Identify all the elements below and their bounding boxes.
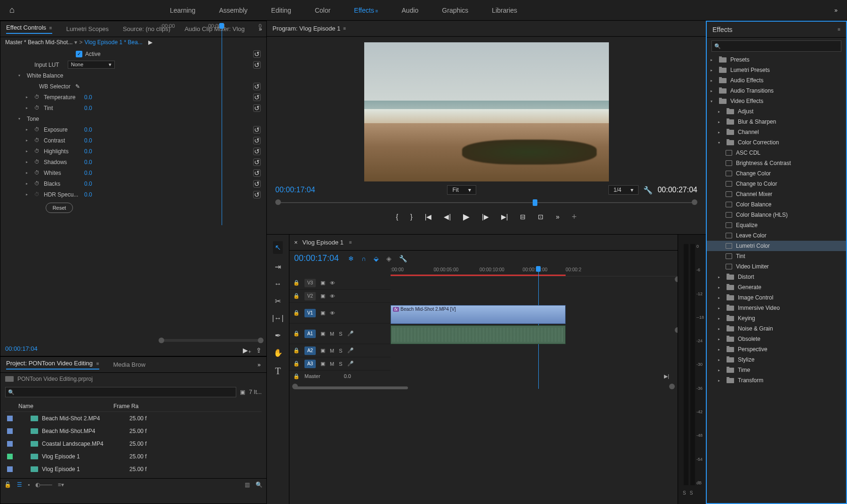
effect-item[interactable]: Color Balance (707, 199, 846, 210)
overflow-icon[interactable]: » (556, 213, 559, 220)
go-to-in-icon[interactable]: |◀ (425, 213, 432, 220)
param-value[interactable]: 0.0 (84, 181, 92, 187)
audio-track-header[interactable]: 🔒 A1 ▣ M S 🎤 (289, 323, 391, 344)
ec-sequence-clip[interactable]: Vlog Episode 1 * Bea... (84, 39, 142, 46)
razor-tool-icon[interactable]: ✂ (275, 297, 281, 306)
collapse-icon[interactable]: ▾ (711, 99, 715, 103)
reset-icon[interactable]: ↺ (253, 191, 261, 198)
stopwatch-icon[interactable]: ⏱ (34, 105, 41, 111)
panel-tab[interactable]: Lumetri Scopes (66, 25, 109, 32)
expand-icon[interactable]: ▸ (718, 275, 723, 279)
expand-icon[interactable]: ▸ (718, 285, 723, 290)
mark-in-icon[interactable]: { (396, 213, 398, 220)
extract-icon[interactable]: ⊡ (538, 213, 543, 220)
project-item[interactable]: Vlog Episode 1 25.00 f (5, 463, 262, 475)
effects-folder[interactable]: ▸ Blur & Sharpen (707, 117, 846, 127)
reset-icon[interactable]: ↺ (253, 169, 261, 177)
hand-tool-icon[interactable]: ✋ (273, 348, 283, 357)
lift-icon[interactable]: ⊟ (520, 213, 526, 220)
reset-icon[interactable]: ↺ (253, 148, 261, 155)
project-item[interactable]: Beach Mid-Shot.MP4 25.00 f (5, 425, 262, 437)
project-item[interactable]: Coastal Landscape.MP4 25.00 f (5, 437, 262, 450)
go-end-icon[interactable]: ▶| (664, 373, 669, 379)
stopwatch-icon[interactable]: ⏱ (34, 126, 41, 133)
workspace-tab-editing[interactable]: Editing (271, 7, 291, 14)
effects-folder[interactable]: ▸ Audio Effects (707, 75, 846, 86)
workspace-tab-libraries[interactable]: Libraries (492, 7, 517, 14)
go-to-out-icon[interactable]: ▶| (501, 213, 508, 220)
program-scrubber[interactable] (275, 198, 697, 208)
panel-menu-icon[interactable]: ≡ (349, 240, 352, 245)
reset-icon[interactable]: ↺ (253, 104, 261, 112)
expand-icon[interactable]: ▸ (718, 368, 723, 372)
close-sequence-icon[interactable]: × (294, 239, 298, 246)
workspace-tab-color[interactable]: Color (315, 7, 330, 14)
reset-icon[interactable]: ↺ (253, 137, 261, 144)
expand-icon[interactable]: ▸ (26, 149, 32, 153)
effect-item[interactable]: Change to Color (707, 179, 846, 189)
timeline-zoom-scrollbar[interactable] (294, 384, 673, 393)
toggle-output-icon[interactable]: ▣ (320, 310, 325, 316)
linked-selection-icon[interactable]: ⬙ (374, 255, 379, 262)
expand-icon[interactable]: ▸ (26, 95, 32, 99)
lock-icon[interactable]: 🔒 (293, 373, 300, 379)
solo-s-icon[interactable]: S (690, 490, 693, 496)
effect-item[interactable]: Equalize (707, 220, 846, 230)
expand-icon[interactable]: ▸ (718, 120, 723, 124)
toggle-output-icon[interactable]: ▣ (320, 293, 325, 299)
effects-folder[interactable]: ▸ Obsolete (707, 334, 846, 344)
find-icon[interactable]: 🔍 (256, 481, 263, 488)
play-only-icon[interactable]: ▶₊ (243, 346, 251, 354)
collapse-icon[interactable]: ▾ (18, 117, 24, 121)
expand-icon[interactable]: ▸ (711, 79, 715, 83)
expand-icon[interactable]: ▸ (26, 160, 32, 164)
expand-icon[interactable]: ▸ (718, 110, 723, 114)
param-value[interactable]: 0.0 (84, 126, 92, 133)
mark-out-icon[interactable]: } (410, 213, 413, 220)
effects-folder[interactable]: ▸ Distort (707, 272, 846, 282)
effect-item[interactable]: Brightness & Contrast (707, 158, 846, 168)
lock-icon[interactable]: 🔒 (293, 280, 300, 286)
timeline-timecode[interactable]: 00:00:17:04 (294, 253, 339, 263)
effect-item[interactable]: Color Balance (HLS) (707, 210, 846, 220)
expand-icon[interactable]: ▸ (718, 327, 723, 331)
new-bin-icon[interactable]: ▣ (240, 389, 245, 395)
effects-folder[interactable]: ▸ Generate (707, 282, 846, 292)
project-search-input[interactable] (5, 387, 236, 397)
settings-icon[interactable]: 🔧 (399, 255, 407, 262)
list-view-icon[interactable]: ☰ (17, 481, 22, 488)
sequence-tab[interactable]: Vlog Episode 1 (303, 239, 344, 246)
reset-icon[interactable]: ↺ (253, 158, 261, 166)
playhead-handle-icon[interactable] (533, 199, 537, 206)
project-item[interactable]: Beach Mid-Shot 2.MP4 25.00 f (5, 412, 262, 425)
add-button-icon[interactable]: + (572, 212, 577, 222)
mute-icon[interactable]: M (330, 361, 334, 367)
effects-folder[interactable]: ▸ Audio Transitions (707, 86, 846, 96)
play-icon[interactable]: ▶ (148, 39, 152, 46)
lock-icon[interactable]: 🔒 (293, 361, 300, 367)
expand-icon[interactable]: ▸ (711, 68, 715, 72)
effect-item[interactable]: Tint (707, 251, 846, 261)
effect-item[interactable]: Leave Color (707, 230, 846, 241)
panel-tab[interactable]: Effect Controls ≡ (6, 24, 52, 34)
audio-track-header[interactable]: 🔒 A3 ▣ M S 🎤 (289, 357, 391, 370)
input-lut-dropdown[interactable]: None▾ (68, 61, 115, 69)
ripple-tool-icon[interactable]: ↔ (274, 280, 282, 288)
export-frame-icon[interactable]: ⇪ (256, 346, 262, 354)
effects-folder[interactable]: ▸ Presets (707, 55, 846, 65)
slip-tool-icon[interactable]: |↔| (272, 314, 283, 323)
reset-button[interactable]: Reset (46, 203, 73, 213)
mute-icon[interactable]: M (330, 348, 334, 354)
ec-zoom-scrollbar[interactable] (160, 339, 262, 342)
play-icon[interactable]: ▶ (463, 212, 470, 222)
expand-icon[interactable]: ▸ (718, 316, 723, 321)
effect-item[interactable]: Channel Mixer (707, 189, 846, 199)
param-value[interactable]: 0.0 (84, 170, 92, 176)
solo-s-icon[interactable]: S (683, 490, 686, 496)
automate-icon[interactable]: ▥ (245, 481, 250, 488)
effects-search-input[interactable] (711, 40, 841, 52)
voice-over-icon[interactable]: 🎤 (347, 347, 354, 354)
effects-folder[interactable]: ▸ Channel (707, 127, 846, 137)
project-item[interactable]: Vlog Episode 1 25.00 f (5, 450, 262, 463)
panel-menu-icon[interactable]: ≡ (344, 26, 346, 31)
